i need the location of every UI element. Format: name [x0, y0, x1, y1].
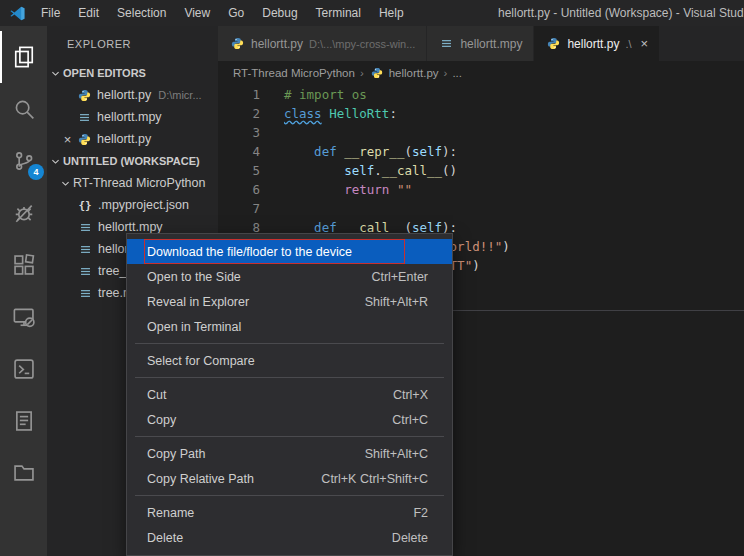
- open-editor-item[interactable]: hellortt.pyD:\micr...: [47, 84, 218, 106]
- menu-file[interactable]: File: [32, 0, 69, 26]
- output-icon[interactable]: [0, 395, 47, 447]
- tab-detail: D:\...\mpy-cross-win...: [309, 38, 415, 50]
- menu-go[interactable]: Go: [219, 0, 253, 26]
- folder-rt-thread-micropython[interactable]: RT-Thread MicroPython: [47, 172, 218, 194]
- editor-tab[interactable]: hellortt.pyD:\...\mpy-cross-win...: [218, 26, 427, 61]
- tab-label: hellortt.py: [567, 37, 619, 51]
- vscode-logo-icon: [9, 5, 26, 22]
- code-line: 2class HelloRtt:: [218, 104, 744, 123]
- context-menu-item[interactable]: Select for Compare: [127, 348, 452, 373]
- menu-separator: [135, 377, 444, 378]
- menu-item-shortcut: Shift+Alt+C: [365, 447, 428, 461]
- tab-close-icon[interactable]: ×: [641, 36, 649, 51]
- tab-detail: .\: [625, 38, 631, 50]
- code-text: def __repr__(self):: [284, 142, 457, 161]
- context-menu-item[interactable]: Download the file/floder to the device: [127, 239, 452, 264]
- line-number: 4: [218, 142, 260, 161]
- context-menu-item[interactable]: CutCtrl+X: [127, 382, 452, 407]
- remote-device-icon[interactable]: [0, 291, 47, 343]
- open-editors-list: hellortt.pyD:\micr...hellortt.mpy×hellor…: [47, 84, 218, 150]
- open-editor-item[interactable]: hellortt.mpy: [47, 106, 218, 128]
- open-editors-header[interactable]: OPEN EDITORS: [47, 62, 218, 84]
- code-token: ):: [442, 144, 457, 159]
- list-file-icon: [77, 285, 93, 301]
- menu-debug[interactable]: Debug: [253, 0, 306, 26]
- context-menu-item[interactable]: Copy Relative PathCtrl+K Ctrl+Shift+C: [127, 466, 452, 491]
- workspace-label: UNTITLED (WORKSPACE): [63, 155, 200, 167]
- menu-view[interactable]: View: [175, 0, 219, 26]
- window-title: hellortt.py - Untitled (Workspace) - Vis…: [498, 0, 744, 26]
- code-text: self.__call__(): [284, 161, 457, 180]
- open-editors-label: OPEN EDITORS: [63, 67, 146, 79]
- tab-label: hellortt.mpy: [460, 37, 522, 51]
- code-line: 5 self.__call__(): [218, 161, 744, 180]
- menu-item-shortcut: Shift+Alt+R: [365, 295, 428, 309]
- breadcrumb-separator-icon: ›: [444, 67, 448, 79]
- editor-tab[interactable]: hellortt.mpy: [427, 26, 534, 61]
- badge-count: 4: [28, 164, 44, 180]
- menu-item-label: Select for Compare: [147, 354, 255, 368]
- search-icon[interactable]: [0, 83, 47, 135]
- menu-item-label: Copy Relative Path: [147, 472, 254, 486]
- code-text: return "": [284, 180, 412, 199]
- debug-icon[interactable]: [0, 187, 47, 239]
- menu-item-shortcut: Ctrl+X: [393, 388, 428, 402]
- breadcrumb-separator-icon: ›: [360, 67, 364, 79]
- menubar: FileEditSelectionViewGoDebugTerminalHelp: [32, 0, 413, 26]
- menu-item-label: Copy: [147, 413, 176, 427]
- code-text: # import os: [284, 85, 367, 104]
- code-token: return: [344, 182, 389, 197]
- menu-item-shortcut: Ctrl+K Ctrl+Shift+C: [321, 472, 428, 486]
- code-token: :: [389, 106, 397, 121]
- list-file-icon: [77, 241, 93, 257]
- context-menu-item[interactable]: CopyCtrl+C: [127, 407, 452, 432]
- chevron-down-icon: [47, 67, 63, 80]
- context-menu-item[interactable]: Open to the SideCtrl+Enter: [127, 264, 452, 289]
- context-menu: Download the file/floder to the deviceOp…: [126, 233, 453, 556]
- menu-item-shortcut: Ctrl+Enter: [371, 270, 428, 284]
- folder-icon[interactable]: [0, 447, 47, 499]
- close-icon[interactable]: ×: [59, 132, 76, 147]
- code-token: [284, 144, 314, 159]
- tree-item[interactable]: {}.mpyproject.json: [47, 194, 218, 216]
- code-token: class: [284, 106, 322, 121]
- list-file-icon: [438, 36, 454, 52]
- code-token: def: [314, 144, 337, 159]
- python-file-icon: [229, 36, 245, 52]
- context-menu-item[interactable]: Copy PathShift+Alt+C: [127, 441, 452, 466]
- context-menu-item[interactable]: Open in Terminal: [127, 314, 452, 339]
- extensions-icon[interactable]: [0, 239, 47, 291]
- line-number: 1: [218, 85, 260, 104]
- line-number: 2: [218, 104, 260, 123]
- menu-terminal[interactable]: Terminal: [307, 0, 370, 26]
- context-menu-item[interactable]: DeleteDelete: [127, 525, 452, 550]
- menu-edit[interactable]: Edit: [69, 0, 108, 26]
- terminal-icon[interactable]: [0, 343, 47, 395]
- menu-item-label: Cut: [147, 388, 166, 402]
- breadcrumb-item[interactable]: hellortt.py: [369, 65, 439, 81]
- code-token: self: [412, 144, 442, 159]
- menu-separator: [135, 495, 444, 496]
- code-token: HelloRtt: [329, 106, 389, 121]
- json-file-icon: {}: [77, 197, 93, 213]
- line-number: 7: [218, 199, 260, 218]
- explorer-icon[interactable]: [0, 31, 47, 83]
- source-control-icon[interactable]: 4: [0, 135, 47, 187]
- code-token: __repr__: [344, 144, 404, 159]
- breadcrumb-item[interactable]: ...: [452, 67, 462, 79]
- workspace-header[interactable]: UNTITLED (WORKSPACE): [47, 150, 218, 172]
- context-menu-item[interactable]: Reveal in ExplorerShift+Alt+R: [127, 289, 452, 314]
- line-number: 3: [218, 123, 260, 142]
- code-token: [389, 182, 397, 197]
- menu-item-label: Delete: [147, 531, 183, 545]
- breadcrumb-label: RT-Thread MicroPython: [233, 67, 355, 79]
- menu-selection[interactable]: Selection: [108, 0, 175, 26]
- editor-tab[interactable]: hellortt.py.\×: [534, 26, 660, 61]
- menu-help[interactable]: Help: [370, 0, 413, 26]
- open-editor-item[interactable]: ×hellortt.py: [47, 128, 218, 150]
- code-token: .: [374, 163, 382, 178]
- breadcrumb-item[interactable]: RT-Thread MicroPython: [233, 67, 355, 79]
- context-menu-item[interactable]: RenameF2: [127, 500, 452, 525]
- python-file-icon: [76, 87, 92, 103]
- file-name: hellortt.py: [97, 88, 151, 102]
